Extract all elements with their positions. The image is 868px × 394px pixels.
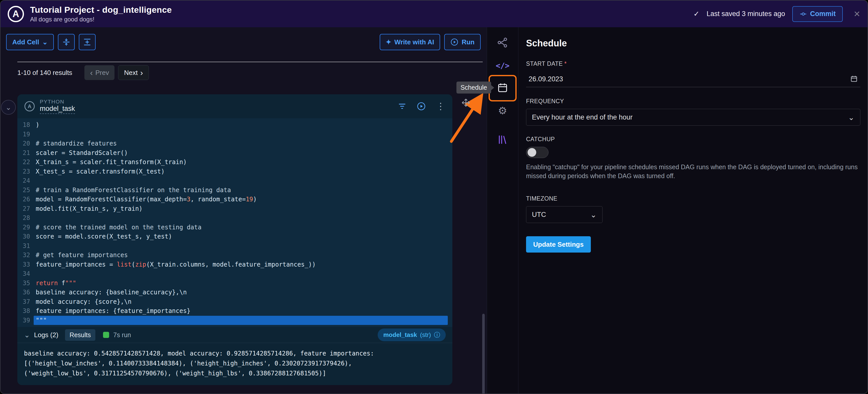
logs-chevron-icon[interactable]: ⌄	[24, 331, 30, 339]
results-pagination-bar: 1-10 of 140 results ‹ Prev Next ›	[17, 62, 483, 80]
add-cell-label: Add Cell	[12, 38, 39, 46]
code-line[interactable]: 30score = model.score(X_test_s, y_test)	[17, 232, 448, 241]
line-number: 39	[17, 316, 34, 325]
results-tab[interactable]: Results	[65, 329, 95, 341]
code-line[interactable]: 26model = RandomForestClassifier(max_dep…	[17, 195, 448, 204]
commit-button[interactable]: Commit	[792, 6, 843, 22]
tooltip-text: Schedule	[461, 84, 487, 91]
code-text	[34, 241, 448, 251]
catchup-description: Enabling "catchup" for your pipeline sch…	[526, 163, 860, 180]
content-area: Add Cell ⌄ ✦ Write with AI Run	[1, 27, 867, 394]
code-line[interactable]: 37model accuracy: {score},\n	[17, 297, 448, 306]
code-line[interactable]: 29# score the trained model on the testi…	[17, 223, 448, 232]
panel-title: Schedule	[526, 38, 860, 49]
code-text: # score the trained model on the testing…	[34, 223, 448, 232]
code-editor[interactable]: 18)1920# standardize features21scaler = …	[17, 118, 452, 327]
timezone-value: UTC	[532, 211, 546, 219]
code-line[interactable]: 18)	[17, 120, 448, 130]
frequency-select[interactable]: Every hour at the end of the hour ⌄	[526, 109, 860, 126]
line-number: 28	[17, 213, 34, 223]
code-line[interactable]: 24	[17, 176, 448, 186]
code-text	[34, 213, 448, 223]
code-line[interactable]: 35return f"""	[17, 278, 448, 288]
write-with-ai-button[interactable]: ✦ Write with AI	[380, 34, 440, 50]
code-text: baseline accuracy: {baseline_accuracy},\…	[34, 288, 448, 297]
run-play-icon	[450, 38, 459, 46]
code-line[interactable]: 22X_train_s = scaler.fit_transform(X_tra…	[17, 158, 448, 167]
cell-language: PYTHON	[40, 99, 75, 105]
project-title: Tutorial Project - dog_intelligence	[30, 5, 172, 15]
code-line[interactable]: 25# train a RandomForestClassifier on th…	[17, 186, 448, 195]
code-line[interactable]: 20# standardize features	[17, 139, 448, 148]
code-text	[34, 269, 448, 278]
cell-name[interactable]: model_task	[40, 105, 75, 114]
cell-title-block: PYTHON model_task	[40, 99, 75, 114]
code-line[interactable]: 39"""	[17, 316, 448, 325]
catchup-label: CATCHUP	[526, 136, 860, 143]
update-settings-button[interactable]: Update Settings	[526, 236, 591, 253]
line-number: 32	[17, 251, 34, 260]
line-number: 38	[17, 306, 34, 316]
collapse-cell-button[interactable]: ⌄	[1, 100, 16, 115]
code-line[interactable]: 23X_test_s = scaler.transform(X_test)	[17, 167, 448, 176]
next-page-button[interactable]: Next ›	[118, 65, 149, 80]
rail-item-schedule[interactable]	[496, 81, 509, 94]
cell-header: A PYTHON model_task ⋮	[17, 94, 452, 118]
code-text: # train a RandomForestClassifier on the …	[34, 186, 448, 195]
schedule-panel: Schedule START DATE* 26.09.2023 FREQUENC…	[518, 27, 867, 394]
code-line[interactable]: 27model.fit(X_train_s, y_train)	[17, 204, 448, 214]
header-actions: ✓ Last saved 3 minutes ago Commit ✕	[693, 6, 860, 22]
run-status-square	[103, 332, 109, 338]
insert-cell-icon	[83, 38, 92, 46]
rail-item-settings[interactable]: ⚙	[496, 104, 509, 117]
line-number: 18	[17, 120, 34, 130]
line-number: 23	[17, 167, 34, 176]
add-cell-button[interactable]: Add Cell ⌄	[6, 34, 54, 50]
code-line[interactable]: 33feature_importances = list(zip(X_train…	[17, 260, 448, 269]
code-line[interactable]: 21scaler = StandardScaler()	[17, 148, 448, 158]
timezone-select[interactable]: UTC ⌄	[526, 206, 602, 223]
split-cell-button[interactable]	[58, 34, 75, 50]
line-number: 35	[17, 278, 34, 288]
run-button[interactable]: Run	[444, 34, 480, 50]
code-line[interactable]: 38feature importances: {feature_importan…	[17, 306, 448, 316]
notebook-toolbar: Add Cell ⌄ ✦ Write with AI Run	[6, 34, 480, 51]
kebab-menu-icon[interactable]: ⋮	[436, 102, 445, 111]
code-line[interactable]: 31	[17, 241, 448, 251]
line-number: 36	[17, 288, 34, 297]
rail-item-pipeline[interactable]	[496, 36, 509, 49]
code-text	[34, 176, 448, 186]
library-icon	[497, 134, 508, 145]
code-line[interactable]: 32# get feature importances	[17, 251, 448, 260]
filter-icon[interactable]	[398, 102, 406, 110]
line-number: 19	[17, 130, 34, 139]
chevron-down-icon: ⌄	[590, 210, 597, 219]
rail-item-library[interactable]	[496, 134, 509, 146]
cell-actions: ⋮	[398, 102, 445, 111]
output-line: baseline accuracy: 0.5428571428571428, m…	[24, 349, 445, 359]
insert-cell-button[interactable]	[79, 34, 96, 50]
output-type-badge[interactable]: model_task (str) ⓘ	[378, 329, 446, 341]
code-line[interactable]: 34	[17, 269, 448, 278]
logo-letter: A	[12, 9, 19, 20]
saved-check-icon: ✓	[693, 10, 700, 18]
line-number: 31	[17, 241, 34, 251]
info-icon[interactable]: ⓘ	[434, 331, 440, 339]
code-line[interactable]: 28	[17, 213, 448, 223]
pipeline-icon	[497, 37, 508, 48]
prev-page-button[interactable]: ‹ Prev	[84, 65, 115, 80]
cell-python-logo-icon: A	[25, 101, 35, 111]
badge-type: (str)	[420, 331, 431, 338]
frequency-value: Every hour at the end of the hour	[532, 113, 633, 121]
run-cell-icon[interactable]	[417, 102, 426, 111]
code-line[interactable]: 36baseline accuracy: {baseline_accuracy}…	[17, 288, 448, 297]
close-icon[interactable]: ✕	[854, 9, 860, 19]
vertical-scrollbar[interactable]	[482, 314, 485, 394]
code-icon: </>	[496, 61, 509, 70]
catchup-toggle[interactable]	[526, 147, 549, 158]
code-line[interactable]: 19	[17, 130, 448, 139]
start-date-input[interactable]: 26.09.2023	[526, 71, 860, 87]
rail-item-code[interactable]: </>	[496, 59, 509, 72]
sparkle-icon: ✦	[386, 38, 392, 46]
line-number: 34	[17, 269, 34, 278]
